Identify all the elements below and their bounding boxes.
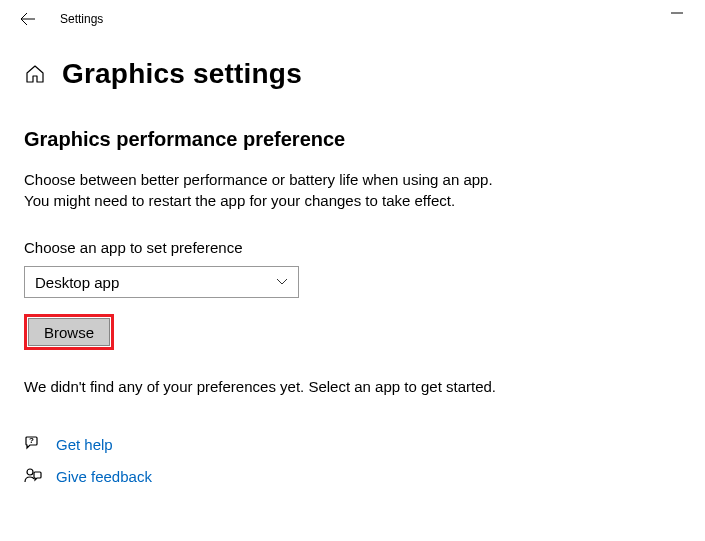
home-icon-svg — [25, 64, 45, 84]
get-help-link[interactable]: ? Get help — [24, 435, 152, 453]
section-title: Graphics performance preference — [24, 128, 681, 151]
help-icon: ? — [24, 435, 42, 453]
empty-state-message: We didn't find any of your preferences y… — [24, 378, 681, 395]
svg-point-2 — [27, 469, 33, 475]
browse-highlight: Browse — [24, 314, 114, 350]
page-header: Graphics settings — [24, 58, 681, 90]
page-title: Graphics settings — [62, 58, 302, 90]
description-line-1: Choose between better performance or bat… — [24, 171, 493, 188]
titlebar: Settings — [0, 0, 705, 38]
app-type-dropdown[interactable]: Desktop app — [24, 266, 299, 298]
back-button[interactable] — [20, 11, 36, 27]
feedback-icon — [24, 467, 42, 485]
home-icon[interactable] — [24, 63, 46, 85]
app-selector-label: Choose an app to set preference — [24, 239, 681, 256]
browse-button[interactable]: Browse — [28, 318, 110, 346]
get-help-label: Get help — [56, 436, 113, 453]
content-area: Graphics settings Graphics performance p… — [0, 38, 705, 395]
description-line-2: You might need to restart the app for yo… — [24, 192, 455, 209]
give-feedback-label: Give feedback — [56, 468, 152, 485]
footer-links: ? Get help Give feedback — [24, 435, 152, 499]
minimize-icon — [671, 12, 683, 14]
svg-text:?: ? — [29, 436, 34, 445]
section-description: Choose between better performance or bat… — [24, 169, 681, 211]
minimize-button[interactable] — [671, 12, 683, 13]
window-title: Settings — [60, 12, 103, 26]
arrow-left-icon — [20, 11, 36, 27]
chevron-down-icon — [276, 276, 288, 288]
give-feedback-link[interactable]: Give feedback — [24, 467, 152, 485]
dropdown-selected-value: Desktop app — [35, 274, 119, 291]
